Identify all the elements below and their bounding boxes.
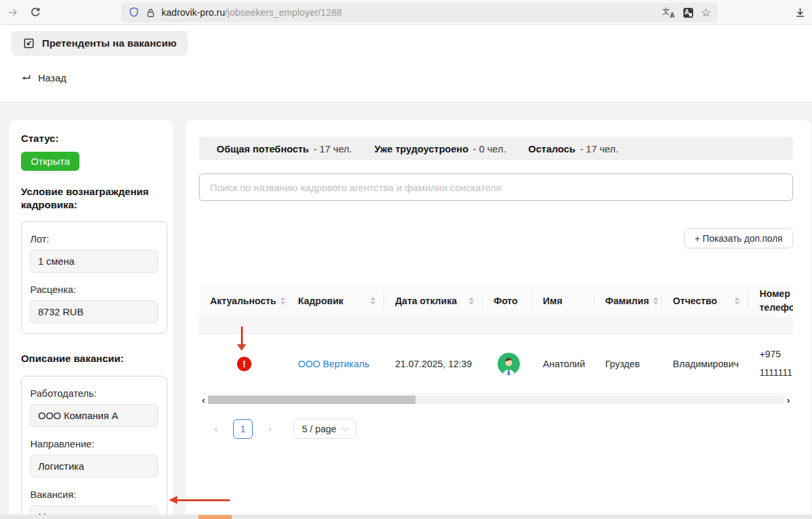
annotation-arrow-down — [241, 327, 243, 345]
alert-exclamation-icon: ! — [237, 357, 251, 371]
downloads-icon[interactable] — [794, 6, 807, 19]
search-input[interactable] — [199, 173, 793, 201]
response-date-cell: 21.07.2025, 12:39 — [384, 359, 482, 369]
stat-total-need-label: Общая потебность — [217, 143, 309, 154]
actuality-cell: ! — [199, 357, 287, 371]
browser-toolbar: kadrovik-pro.ru/jobseekers_employer/1288… — [0, 0, 812, 25]
url-bar[interactable]: kadrovik-pro.ru/jobseekers_employer/1288… — [121, 3, 717, 22]
page-title-badge: Претенденты на вакансию — [11, 31, 188, 56]
sort-icon — [653, 297, 658, 305]
applicants-panel: Общая потебность - 17 чел. Уже трудоустр… — [186, 120, 811, 519]
show-extra-fields-button[interactable]: + Показать доп.поля — [684, 228, 793, 248]
bookmark-star-icon[interactable]: ☆ — [701, 7, 711, 18]
reload-icon[interactable] — [29, 6, 42, 19]
table-filter-row — [199, 317, 793, 334]
stat-employed-value: - 0 чел. — [473, 143, 506, 154]
orange-partial-element — [198, 515, 232, 519]
kadrovik-cell: ООО Вертикаль — [287, 359, 384, 369]
annotation-arrow-down-head — [237, 344, 246, 351]
column-actuality[interactable]: Актуальность — [199, 284, 287, 317]
dictionary-icon[interactable]: A — [683, 8, 693, 18]
page-header: Претенденты на вакансию Назад — [0, 26, 812, 103]
phone-cell: +975 1111111 — [748, 346, 793, 382]
scrollbar-track[interactable] — [208, 395, 784, 404]
scroll-left-icon[interactable]: ‹ — [199, 395, 208, 405]
rate-field[interactable] — [30, 300, 158, 323]
sort-icon — [469, 297, 474, 305]
horizontal-scrollbar: ‹ › — [199, 394, 793, 405]
column-kadrovik[interactable]: Кадровик — [287, 284, 384, 317]
back-label: Назад — [38, 72, 66, 83]
stat-remaining-value: - 17 чел. — [580, 143, 618, 154]
photo-cell — [482, 353, 532, 375]
url-path: /jobseekers_employer/1288 — [225, 7, 342, 18]
applicants-icon — [22, 37, 35, 50]
sort-icon — [735, 297, 740, 305]
column-photo: Фото — [482, 284, 532, 317]
tracking-shield-icon[interactable] — [128, 7, 140, 18]
reward-box: Лот: Расценка: — [21, 221, 167, 334]
sort-icon — [280, 297, 286, 305]
chevron-down-icon — [342, 424, 349, 431]
column-first-name: Имя — [532, 284, 594, 317]
column-middle-name[interactable]: Отчество — [662, 284, 748, 317]
current-page-button[interactable]: 1 — [233, 419, 253, 439]
rate-label: Расценка: — [30, 284, 158, 295]
stat-total-need: Общая потебность - 17 чел. — [217, 143, 352, 154]
pagination: ‹ 1 › 5 / page — [207, 418, 793, 439]
applicants-table: Актуальность Кадровик Дата отклика Фото — [199, 284, 793, 394]
lock-icon[interactable] — [145, 7, 156, 18]
column-last-name[interactable]: Фамилия — [594, 284, 662, 317]
stat-remaining-label: Осталось — [528, 143, 576, 154]
status-label: Статус: — [21, 132, 167, 145]
page-title: Претенденты на вакансию — [42, 37, 177, 49]
employer-label: Работодатель: — [30, 388, 158, 399]
table-header-row: Актуальность Кадровик Дата отклика Фото — [199, 284, 793, 317]
back-button[interactable]: Назад — [20, 70, 66, 85]
page-size-value: 5 / page — [302, 424, 336, 434]
scrollbar-thumb[interactable] — [208, 395, 416, 404]
lot-field[interactable] — [30, 250, 158, 273]
lot-label: Лот: — [30, 233, 158, 244]
url-host: kadrovik-pro.ru — [161, 7, 225, 18]
stat-remaining: Осталось - 17 чел. — [528, 143, 618, 154]
vacancy-sidebar: Статус: Открыта Условие вознаграждения к… — [9, 120, 173, 519]
reward-heading: Условие вознаграждения кадровика: — [21, 185, 167, 212]
middle-name-cell: Владимирович — [662, 359, 748, 369]
direction-field[interactable] — [30, 455, 158, 478]
last-name-cell: Груздев — [594, 359, 662, 369]
column-response-date[interactable]: Дата отклика — [384, 284, 482, 317]
annotation-arrow-left — [177, 499, 230, 501]
next-page-icon[interactable]: › — [261, 422, 279, 436]
forward-icon[interactable] — [7, 6, 20, 19]
column-phone: Номер телефона — [748, 284, 793, 317]
table-row: ! ООО Вертикаль 21.07.2025, 12:39 — [199, 334, 793, 394]
sort-icon — [370, 297, 375, 305]
annotation-arrow-left-head — [169, 496, 177, 504]
avatar[interactable] — [498, 353, 520, 375]
prev-page-icon[interactable]: ‹ — [207, 422, 225, 436]
back-icon — [20, 72, 32, 84]
stats-bar: Общая потебность - 17 чел. Уже трудоустр… — [199, 137, 793, 160]
employer-field[interactable] — [30, 404, 158, 427]
first-name-cell: Анатолий — [532, 359, 594, 369]
stat-employed-label: Уже трудоустроено — [374, 143, 468, 154]
direction-label: Направление: — [30, 438, 158, 449]
scroll-right-icon[interactable]: › — [784, 395, 793, 405]
content-area: Статус: Открыта Условие вознаграждения к… — [0, 104, 812, 519]
page-size-select[interactable]: 5 / page — [293, 418, 356, 439]
translate-icon[interactable]: 文A — [662, 7, 675, 18]
vacancy-label: Вакансия: — [30, 489, 158, 500]
bottom-page-edge — [0, 514, 812, 519]
stat-employed: Уже трудоустроено - 0 чел. — [374, 143, 506, 154]
description-heading: Описание вакансии: — [21, 352, 167, 365]
description-box: Работодатель: Направление: Вакансия: — [21, 376, 167, 519]
stat-total-need-value: - 17 чел. — [314, 143, 353, 154]
agency-link[interactable]: ООО Вертикаль — [298, 359, 370, 369]
status-open-badge[interactable]: Открыта — [21, 152, 79, 171]
